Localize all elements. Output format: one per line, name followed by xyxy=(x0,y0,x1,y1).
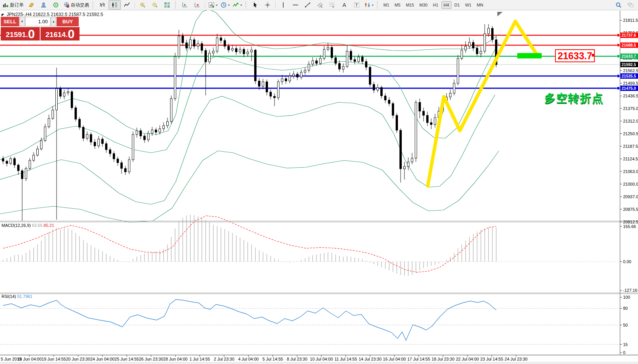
text-label-icon: T xyxy=(354,2,360,8)
arrows-button[interactable]: ▾ xyxy=(363,0,375,10)
svg-text:F: F xyxy=(333,6,334,8)
macd-indicator-label: MACD(12,26,9) 63.65 85.21 xyxy=(2,223,54,228)
chart-shift-marker xyxy=(497,12,503,16)
sell-price[interactable]: 21591.0 xyxy=(1,27,40,40)
volume-input[interactable] xyxy=(25,17,50,26)
timeframe-m15[interactable]: M15 xyxy=(404,1,416,9)
volume-increase-button[interactable]: ▲ xyxy=(51,17,56,26)
sell-button[interactable]: SELL xyxy=(1,17,19,26)
macd-panel xyxy=(0,215,620,276)
bar-chart-button[interactable] xyxy=(96,0,109,10)
zigzag-annotation[interactable] xyxy=(428,21,538,186)
timeframe-m1[interactable]: M1 xyxy=(381,1,391,9)
price-badge-label: 21475.0 xyxy=(622,86,636,91)
chart-annotation-text[interactable]: 多空转折点 xyxy=(544,91,604,106)
tile-windows-button[interactable] xyxy=(161,0,173,10)
text-button[interactable]: A xyxy=(338,0,351,10)
community-button[interactable] xyxy=(37,0,50,10)
chevron-down-icon: ▾ xyxy=(228,3,230,7)
timeframe-m5[interactable]: M5 xyxy=(392,1,403,9)
trendline-button[interactable] xyxy=(302,0,314,10)
timeframe-d1[interactable]: D1 xyxy=(452,1,462,9)
candle-chart-button[interactable] xyxy=(109,0,121,10)
macd-tick-label: -127.16 xyxy=(623,288,637,293)
new-order-label: 新订单 xyxy=(10,2,24,8)
candlesticks xyxy=(2,24,497,221)
cursor-icon xyxy=(252,2,258,8)
text-label-button[interactable]: T xyxy=(351,0,363,10)
fibonacci-button[interactable]: F xyxy=(326,0,338,10)
time-tick-label: 10 Jul 04:00 xyxy=(310,357,333,361)
rsi-tick-label: 0 xyxy=(623,350,625,355)
zoom-in-button[interactable] xyxy=(136,0,149,10)
price-tick-label: 21312.0 xyxy=(623,119,638,123)
timeframe-m30[interactable]: M30 xyxy=(417,1,430,9)
horizontal-line-button[interactable] xyxy=(289,0,302,10)
chart-canvas[interactable]: 21811.521750.021624.021562.521499.521436… xyxy=(0,0,638,364)
market-watch-button[interactable] xyxy=(25,0,37,10)
zoom-out-button[interactable] xyxy=(149,0,161,10)
time-tick-label: 17 Jul 14:55 xyxy=(407,357,430,361)
buy-price[interactable]: 21614.0 xyxy=(41,27,80,40)
autotrading-icon xyxy=(63,2,70,8)
price-tick-label: 21000.0 xyxy=(623,182,638,186)
horizontal-level-lines[interactable] xyxy=(0,35,620,88)
price-badge-label: 21737.6 xyxy=(622,33,636,37)
new-order-button[interactable]: 新订单 xyxy=(1,0,25,10)
svg-text:E: E xyxy=(321,5,323,8)
toolbar-drag-handle[interactable] xyxy=(245,2,247,8)
chat-icon xyxy=(628,2,634,8)
price-badge-label: 21688.5 xyxy=(622,43,636,47)
price-tick-label: 20937.0 xyxy=(623,194,638,199)
timeframe-h4[interactable]: H4 xyxy=(442,1,451,9)
line-chart-button[interactable] xyxy=(121,0,133,10)
price-callout[interactable]: 21633.7 xyxy=(555,49,595,62)
price-tick-label: 21063.0 xyxy=(623,169,638,174)
rsi-axis[interactable]: 1008050150 xyxy=(620,295,630,355)
status-strip xyxy=(0,362,638,364)
timeframe-mn[interactable]: MN xyxy=(474,1,485,9)
timeframe-w1[interactable]: W1 xyxy=(463,1,474,9)
time-tick-label: 18 Jul 23:30 xyxy=(432,357,455,361)
time-tick-label: 14 Jul 23:30 xyxy=(359,357,382,361)
chart-shift-button[interactable] xyxy=(191,0,203,10)
arrows-icon xyxy=(364,2,370,8)
time-tick-label: 24 Jul 23:30 xyxy=(505,357,528,361)
indicators-button[interactable]: ▾ xyxy=(231,0,244,10)
time-axis[interactable]: 5 Jun 201918 Jun 04:0019 Jun 14:5520 Jun… xyxy=(1,355,528,361)
time-tick-label: 5 Jul 14:55 xyxy=(263,357,283,361)
crosshair-button[interactable] xyxy=(261,0,274,10)
rsi-value: 51.7961 xyxy=(17,294,32,299)
search-button[interactable] xyxy=(612,0,625,10)
auto-scroll-button[interactable] xyxy=(179,0,191,10)
time-tick-label: 23 Jul 14:55 xyxy=(480,357,503,361)
equidistant-channel-button[interactable]: E xyxy=(314,0,326,10)
cursor-button[interactable] xyxy=(249,0,261,10)
new-chart-button[interactable]: ▾ xyxy=(207,0,219,10)
autotrading-button[interactable]: 自动交易 xyxy=(62,0,91,10)
rsi-indicator-label: RSI(14) 51.7961 xyxy=(2,294,32,299)
ohlc-close: 21592.5 xyxy=(86,12,103,17)
vertical-line-button[interactable] xyxy=(277,0,289,10)
panel-separators[interactable] xyxy=(0,11,638,355)
volume-decrease-button[interactable]: ▼ xyxy=(19,17,25,26)
time-tick-label: 2 Jul 23:30 xyxy=(214,357,234,361)
toolbar-drag-handle[interactable] xyxy=(175,2,177,8)
toolbar-drag-handle[interactable] xyxy=(377,2,379,8)
price-tick-label: 21562.5 xyxy=(623,68,638,73)
rsi-tick-label: 100 xyxy=(623,295,630,299)
chat-button[interactable] xyxy=(625,0,637,10)
symbol-marker-icon: ◤ xyxy=(2,13,4,17)
buy-button[interactable]: BUY xyxy=(57,17,79,26)
price-tick-label: 21811.5 xyxy=(623,18,638,23)
timeframe-h1[interactable]: H1 xyxy=(430,1,440,9)
ohlc-high: 21632.5 xyxy=(51,12,67,17)
price-badge-label: 21535.5 xyxy=(622,74,636,78)
periods-button[interactable]: ▾ xyxy=(219,0,231,10)
chart-shift-icon xyxy=(194,2,200,8)
chevron-down-icon: ▾ xyxy=(240,3,242,7)
signals-button[interactable] xyxy=(50,0,62,10)
toolbar-drag-handle[interactable] xyxy=(93,2,94,8)
macd-axis[interactable]: 155.660.00-127.16 xyxy=(620,224,637,293)
highlight-bar[interactable] xyxy=(517,53,542,58)
